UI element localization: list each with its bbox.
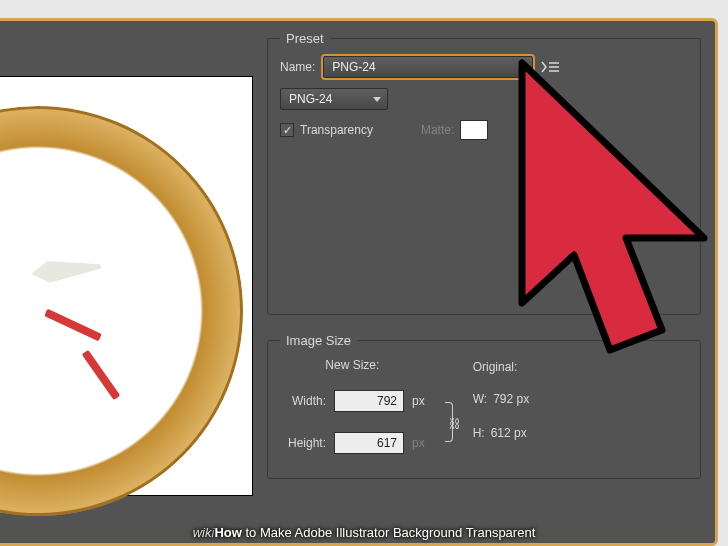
original-h-label: H: <box>473 426 485 440</box>
canvas-preview <box>0 21 253 543</box>
height-input[interactable] <box>334 432 404 454</box>
watermark-bold: How <box>214 525 241 540</box>
width-unit: px <box>412 394 425 408</box>
original-label: Original: <box>473 360 529 374</box>
dialog-window: Preset Name: PNG-24 <box>0 18 718 546</box>
format-dropdown[interactable]: PNG-24 <box>280 88 388 110</box>
width-input[interactable] <box>334 390 404 412</box>
name-label: Name: <box>280 60 315 74</box>
width-label: Width: <box>280 394 326 408</box>
matte-label: Matte: <box>421 123 454 137</box>
watermark-prefix: wiki <box>193 525 215 540</box>
preset-options-icon[interactable] <box>541 58 561 76</box>
height-unit: px <box>412 436 425 450</box>
preset-legend: Preset <box>280 31 330 46</box>
format-value: PNG-24 <box>289 92 332 106</box>
settings-panel: Preset Name: PNG-24 <box>253 21 715 543</box>
chevron-down-icon <box>518 65 526 70</box>
transparency-label: Transparency <box>300 123 373 137</box>
watermark-rest: to Make Adobe Illustrator Background Tra… <box>242 525 535 540</box>
original-w-value: 792 px <box>493 392 529 406</box>
original-h-value: 612 px <box>491 426 527 440</box>
matte-swatch[interactable] <box>460 120 488 140</box>
preset-group: Preset Name: PNG-24 <box>267 31 701 315</box>
watermark: wikiHow to Make Adobe Illustrator Backgr… <box>0 525 728 540</box>
original-w-label: W: <box>473 392 487 406</box>
constrain-proportions-icon[interactable]: ⛓ <box>445 358 453 464</box>
new-size-label: New Size: <box>280 358 425 372</box>
image-size-group: Image Size New Size: Width: px Height: p… <box>267 333 701 479</box>
transparency-checkbox[interactable]: ✓ <box>280 123 294 137</box>
height-label: Height: <box>280 436 326 450</box>
chevron-down-icon <box>373 97 381 102</box>
image-size-legend: Image Size <box>280 333 357 348</box>
preset-name-dropdown[interactable]: PNG-24 <box>323 56 533 78</box>
preset-name-value: PNG-24 <box>332 60 375 74</box>
